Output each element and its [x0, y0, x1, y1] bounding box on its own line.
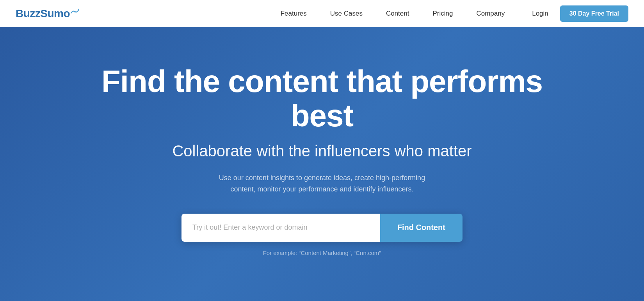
- login-link[interactable]: Login: [532, 10, 548, 18]
- navbar-actions: Login 30 Day Free Trial: [532, 5, 628, 22]
- find-content-button[interactable]: Find Content: [380, 214, 463, 242]
- nav-item-features[interactable]: Features: [269, 10, 318, 18]
- logo-signal-icon: [71, 6, 79, 18]
- nav-item-company[interactable]: Company: [464, 10, 516, 18]
- hero-subtitle: Collaborate with the influencers who mat…: [172, 142, 471, 160]
- svg-point-0: [74, 11, 76, 12]
- search-form: Find Content: [181, 214, 463, 242]
- nav-item-pricing[interactable]: Pricing: [421, 10, 464, 18]
- hero-description: Use our content insights to generate ide…: [213, 172, 431, 195]
- search-input[interactable]: [181, 214, 380, 242]
- main-nav: Features Use Cases Content Pricing Compa…: [269, 10, 517, 18]
- navbar: BuzzSumo Features Use Cases Content Pric…: [0, 0, 644, 27]
- hero-section: Find the content that performs best Coll…: [0, 27, 644, 301]
- nav-item-content[interactable]: Content: [374, 10, 421, 18]
- search-hint: For example: “Content Marketing”, “Cnn.c…: [263, 250, 381, 256]
- logo[interactable]: BuzzSumo: [16, 7, 79, 20]
- logo-text: BuzzSumo: [16, 7, 79, 20]
- trial-button[interactable]: 30 Day Free Trial: [560, 5, 628, 22]
- nav-item-use-cases[interactable]: Use Cases: [318, 10, 374, 18]
- hero-title: Find the content that performs best: [88, 64, 556, 133]
